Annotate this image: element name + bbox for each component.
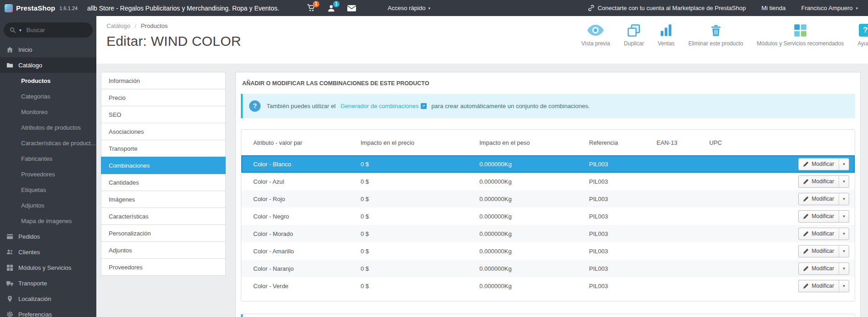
cell-weight-impact: 0.000000Kg <box>473 230 583 237</box>
modify-dropdown-caret[interactable]: ▾ <box>839 176 849 187</box>
sidebar-subitem-atributos-de-productos[interactable]: Atributos de productos <box>0 120 96 135</box>
sidebar-subitem-adjuntos[interactable]: Adjuntos <box>0 197 96 213</box>
cell-attribute: Color - Amarillo <box>247 248 354 255</box>
tab-transporte[interactable]: Transporte <box>101 140 226 157</box>
cell-reference: PIL003 <box>583 178 650 185</box>
sidebar-subitem-fabricantes[interactable]: Fabricantes <box>0 151 96 166</box>
modify-button[interactable]: Modificar▾ <box>798 245 849 257</box>
user-menu[interactable]: Francisco Ampuero▾ <box>801 5 858 11</box>
column-header-reference: Referencia <box>583 139 650 146</box>
prestashop-logo[interactable]: PrestaShop 1.6.1.24 <box>5 0 78 16</box>
duplicate-button[interactable]: Duplicar <box>617 23 651 47</box>
search-placeholder: Buscar <box>27 27 45 33</box>
tab-informacion[interactable]: Información <box>101 72 226 89</box>
marketplace-link[interactable]: Conectarte con tu cuenta al Marketplace … <box>588 5 746 11</box>
combination-row-color-naranjo[interactable]: Color - Naranjo0 $0.000000KgPIL003Modifi… <box>241 260 855 277</box>
sidebar-item-pedidos[interactable]: Pedidos <box>0 229 96 244</box>
sidebar-subitem-proveedores[interactable]: Proveedores <box>0 166 96 182</box>
sidebar-menu: Inicio Catálogo ProductosCategoríasMonit… <box>0 42 96 317</box>
combination-row-color-azul[interactable]: Color - Azul0 $0.000000KgPIL003Modificar… <box>241 173 855 190</box>
preview-button[interactable]: Vista previa <box>574 23 617 47</box>
tab-imagenes[interactable]: Imágenes <box>101 191 226 208</box>
combination-row-color-amarillo[interactable]: Color - Amarillo0 $0.000000KgPIL003Modif… <box>241 242 855 260</box>
combination-row-color-verde[interactable]: Color - Verde0 $0.000000KgPIL003Modifica… <box>241 277 855 295</box>
eye-icon <box>587 23 604 37</box>
cell-weight-impact: 0.000000Kg <box>473 265 583 272</box>
question-circle-icon: ? <box>249 100 261 112</box>
sidebar-item-inicio[interactable]: Inicio <box>0 42 96 57</box>
combinations-generator-link[interactable]: Generador de combinaciones↗ <box>340 103 427 109</box>
modify-dropdown-caret[interactable]: ▾ <box>839 193 849 205</box>
cell-price-impact: 0 $ <box>354 248 473 255</box>
combination-row-color-blanco[interactable]: Color - Blanco0 $0.000000KgPIL003Modific… <box>241 155 855 173</box>
shop-name-link[interactable]: allb Store - Regalos Publicitarios y Mer… <box>87 0 279 16</box>
sidebar-item-preferencias[interactable]: Preferencias <box>0 306 96 317</box>
modify-button[interactable]: Modificar▾ <box>798 228 849 240</box>
quick-access-menu[interactable]: Acceso rápido▾ <box>388 0 430 16</box>
modify-dropdown-caret[interactable]: ▾ <box>839 280 849 292</box>
info-box: ? También puedes utilizar el Generador d… <box>241 94 855 118</box>
modify-button[interactable]: Modificar▾ <box>798 280 849 292</box>
delete-product-button[interactable]: Eliminar este producto <box>681 23 750 47</box>
sidebar-subitem-productos[interactable]: Productos <box>0 73 96 88</box>
sidebar-subitem-monitoreo[interactable]: Monitoreo <box>0 104 96 120</box>
search-icon <box>10 27 16 33</box>
main-area: Catálogo / Productos Editar: WIND COLOR … <box>96 16 868 317</box>
modify-dropdown-caret[interactable]: ▾ <box>839 211 849 222</box>
modify-dropdown-caret[interactable]: ▾ <box>839 158 849 170</box>
cell-attribute: Color - Verde <box>247 283 354 290</box>
tab-caracteristicas[interactable]: Características <box>101 208 226 225</box>
topbar-icons: 1 1 <box>306 0 356 16</box>
modify-button[interactable]: Modificar▾ <box>798 158 849 170</box>
tab-precio[interactable]: Precio <box>101 89 226 106</box>
cart-icon[interactable]: 1 <box>306 4 316 13</box>
modify-dropdown-caret[interactable]: ▾ <box>839 263 849 274</box>
tab-personalizacion[interactable]: Personalización <box>101 224 226 242</box>
modify-button[interactable]: Modificar▾ <box>798 193 849 205</box>
profile-icon[interactable]: 1 <box>327 4 336 13</box>
modify-button-label: Modificar <box>812 161 834 167</box>
tab-combinaciones[interactable]: Combinaciones <box>101 157 226 174</box>
sidebar-item-localizacion[interactable]: Localización <box>0 291 96 306</box>
modify-button[interactable]: Modificar▾ <box>798 175 849 188</box>
modify-button[interactable]: Modificar▾ <box>798 262 849 275</box>
sidebar-item-clientes[interactable]: Clientes <box>0 244 96 260</box>
sidebar-subitem-categorias[interactable]: Categorías <box>0 88 96 104</box>
modify-button[interactable]: Modificar▾ <box>798 210 849 223</box>
modify-dropdown-caret[interactable]: ▾ <box>839 246 849 257</box>
breadcrumb-catalog[interactable]: Catálogo <box>106 22 130 29</box>
customers-icon <box>6 249 13 256</box>
sidebar-item-transporte[interactable]: Transporte <box>0 275 96 291</box>
tab-proveedores[interactable]: Proveedores <box>101 258 226 276</box>
recommended-modules-button[interactable]: Módulos y Servicios recomendados <box>750 23 851 47</box>
combination-row-color-rojo[interactable]: Color - Rojo0 $0.000000KgPIL003Modificar… <box>241 190 855 208</box>
my-shop-link[interactable]: Mi tienda <box>762 5 786 11</box>
sidebar-search[interactable]: ▾ Buscar <box>4 22 93 38</box>
panel-title: AÑADIR O MODIFICAR LAS COMBINACIONES DE … <box>241 72 855 91</box>
cell-attribute: Color - Negro <box>247 213 354 220</box>
sidebar-subitem-caracteristicas-de-product[interactable]: Características de product... <box>0 135 96 151</box>
modify-dropdown-caret[interactable]: ▾ <box>839 228 849 240</box>
sidebar-item-catalogo[interactable]: Catálogo <box>0 57 96 73</box>
messages-icon[interactable] <box>347 4 356 13</box>
profile-badge: 1 <box>333 1 339 7</box>
combination-row-color-negro[interactable]: Color - Negro0 $0.000000KgPIL003Modifica… <box>241 208 855 225</box>
sidebar-subitem-etiquetas[interactable]: Etiquetas <box>0 182 96 197</box>
sales-button[interactable]: Ventas <box>651 23 682 47</box>
tab-cantidades[interactable]: Cantidades <box>101 174 226 191</box>
column-header-weight-impact: Impacto en el peso <box>473 139 583 146</box>
sidebar-subitem-mapa-de-imagenes[interactable]: Mapa de imagenes <box>0 213 96 229</box>
breadcrumb-products[interactable]: Productos <box>141 22 168 29</box>
tab-adjuntos[interactable]: Adjuntos <box>101 241 226 259</box>
cell-price-impact: 0 $ <box>354 196 473 202</box>
combination-row-color-morado[interactable]: Color - Morado0 $0.000000KgPIL003Modific… <box>241 225 855 242</box>
tab-seo[interactable]: SEO <box>101 106 226 123</box>
sidebar-item-modulos[interactable]: Módulos y Servicios <box>0 260 96 275</box>
cell-weight-impact: 0.000000Kg <box>473 161 583 168</box>
help-button[interactable]: ? Ayuda <box>851 23 868 47</box>
chevron-down-icon: ▾ <box>428 6 430 11</box>
tab-asociaciones[interactable]: Asociaciones <box>101 123 226 140</box>
cell-price-impact: 0 $ <box>354 213 473 220</box>
modify-button-label: Modificar <box>812 178 834 185</box>
pencil-icon <box>803 266 809 271</box>
